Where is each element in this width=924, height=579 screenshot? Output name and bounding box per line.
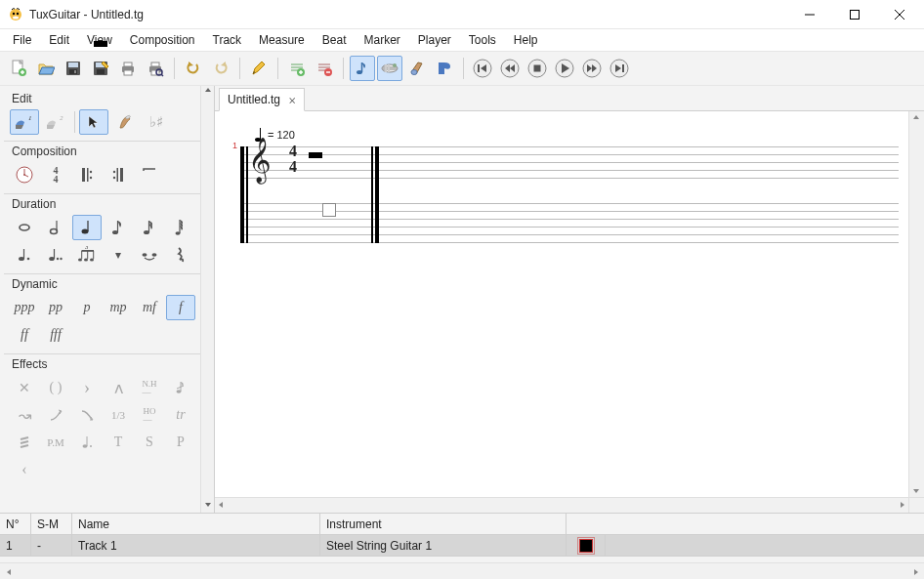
- col-sm[interactable]: S-M: [31, 514, 72, 534]
- dead-note-button[interactable]: ✕: [10, 375, 39, 400]
- scroll-up-icon[interactable]: [201, 86, 214, 98]
- open-button[interactable]: [33, 56, 59, 81]
- menu-file[interactable]: File: [4, 30, 40, 50]
- score-vertical-scrollbar[interactable]: [908, 111, 924, 497]
- col-number[interactable]: N°: [0, 514, 31, 534]
- ppp-button[interactable]: ppp: [10, 295, 39, 320]
- hammer-button[interactable]: [72, 402, 102, 428]
- scroll-left-icon[interactable]: [0, 563, 17, 579]
- fraction-button[interactable]: 1/3: [104, 402, 133, 428]
- menu-marker[interactable]: Marker: [355, 30, 408, 50]
- ff-button[interactable]: ff: [10, 322, 39, 348]
- tremolo-button[interactable]: [10, 430, 39, 455]
- menu-measure[interactable]: Measure: [250, 30, 314, 50]
- eighth-note-button[interactable]: [104, 215, 133, 240]
- menu-edit[interactable]: Edit: [40, 30, 78, 50]
- vibrato-button[interactable]: [72, 430, 102, 455]
- ho-button[interactable]: HO—: [135, 402, 164, 428]
- double-dotted-button[interactable]: [41, 242, 70, 268]
- redo-button[interactable]: [208, 56, 233, 81]
- undo-button[interactable]: [181, 56, 206, 81]
- col-name[interactable]: Name: [72, 514, 320, 534]
- p-button[interactable]: p: [72, 295, 102, 320]
- show-fretboard-button[interactable]: [404, 56, 430, 81]
- last-button[interactable]: [607, 56, 632, 81]
- mf-button[interactable]: mf: [135, 295, 164, 320]
- scroll-left-icon[interactable]: [217, 501, 225, 509]
- add-track-button[interactable]: [284, 56, 310, 81]
- print-preview-button[interactable]: [143, 56, 168, 81]
- heavy-accent-button[interactable]: ʌ: [104, 375, 133, 400]
- document-tab[interactable]: Untitled.tg ⨯: [219, 88, 305, 111]
- repeat-open-button[interactable]: [72, 162, 102, 187]
- dotted-button[interactable]: [10, 242, 39, 268]
- select-mode-button[interactable]: [79, 109, 108, 135]
- rewind-button[interactable]: [497, 56, 523, 81]
- minimize-button[interactable]: [787, 0, 832, 29]
- tied-button[interactable]: [135, 242, 164, 268]
- score-canvas[interactable]: = 120 1 𝄞 4 4: [215, 111, 908, 497]
- score-horizontal-scrollbar[interactable]: [215, 497, 908, 513]
- scroll-right-icon[interactable]: [899, 501, 906, 509]
- edit-cursor[interactable]: [322, 203, 336, 217]
- voice1-button[interactable]: 1: [10, 109, 39, 135]
- close-tab-icon[interactable]: ⨯: [288, 95, 296, 105]
- f-button[interactable]: f: [166, 295, 195, 320]
- fade-button[interactable]: ‹: [10, 457, 39, 482]
- menu-beat[interactable]: Beat: [314, 30, 356, 50]
- thirtysecond-note-button[interactable]: [166, 215, 195, 240]
- quarter-note-button[interactable]: [72, 215, 102, 240]
- timesig-button[interactable]: 44: [41, 162, 70, 187]
- slide-button[interactable]: [41, 402, 70, 428]
- stop-button[interactable]: [525, 56, 550, 81]
- menu-view[interactable]: View: [78, 30, 121, 50]
- scroll-right-icon[interactable]: [907, 563, 924, 579]
- track-row[interactable]: 1 - Track 1 Steel String Guitar 1: [0, 535, 924, 557]
- accent-button[interactable]: ›: [72, 375, 102, 400]
- ghost-note-button[interactable]: ( ): [41, 375, 70, 400]
- rest-button[interactable]: [166, 242, 195, 268]
- track-horizontal-scrollbar[interactable]: [0, 562, 924, 579]
- close-button[interactable]: [877, 0, 922, 29]
- menu-composition[interactable]: Composition: [121, 30, 204, 50]
- s-button[interactable]: S: [135, 430, 164, 455]
- whole-note-button[interactable]: [10, 215, 39, 240]
- half-note-button[interactable]: [41, 215, 70, 240]
- bend-button[interactable]: ↝: [10, 402, 39, 428]
- scroll-down-icon[interactable]: [201, 501, 214, 513]
- free-mode-button[interactable]: [110, 109, 140, 135]
- pm-button[interactable]: P.M: [41, 430, 70, 455]
- remove-track-button[interactable]: [312, 56, 337, 81]
- menu-player[interactable]: Player: [409, 30, 460, 50]
- show-transport-button[interactable]: [432, 56, 457, 81]
- save-button[interactable]: [61, 56, 86, 81]
- grace-button[interactable]: [166, 375, 195, 400]
- play-button[interactable]: [552, 56, 577, 81]
- repeat-alt-button[interactable]: [135, 162, 164, 187]
- sharpflat-button[interactable]: ♭♯: [142, 109, 171, 135]
- menu-track[interactable]: Track: [204, 30, 251, 50]
- first-button[interactable]: [470, 56, 495, 81]
- new-button[interactable]: [6, 56, 31, 81]
- sixteenth-note-button[interactable]: [135, 215, 164, 240]
- menu-help[interactable]: Help: [505, 30, 547, 50]
- forward-button[interactable]: [579, 56, 605, 81]
- edit-mode-button[interactable]: [246, 56, 272, 81]
- save-as-button[interactable]: [88, 56, 113, 81]
- tuplet-custom-button[interactable]: ▾: [104, 242, 133, 268]
- col-instrument[interactable]: Instrument: [320, 514, 567, 534]
- repeat-close-button[interactable]: [104, 162, 133, 187]
- p2-button[interactable]: P: [166, 430, 195, 455]
- track-color-cell[interactable]: [567, 535, 606, 556]
- t-button[interactable]: T: [104, 430, 133, 455]
- harmonic-button[interactable]: N.H—: [135, 375, 164, 400]
- trill-button[interactable]: tr: [166, 402, 195, 428]
- show-tablature-button[interactable]: [377, 56, 402, 81]
- scroll-down-icon[interactable]: [912, 487, 920, 495]
- tuplet-button[interactable]: 3: [72, 242, 102, 268]
- print-button[interactable]: [115, 56, 141, 81]
- voice2-button[interactable]: 2: [41, 109, 70, 135]
- fff-button[interactable]: fff: [41, 322, 70, 348]
- show-score-button[interactable]: [350, 56, 375, 81]
- pp-button[interactable]: pp: [41, 295, 70, 320]
